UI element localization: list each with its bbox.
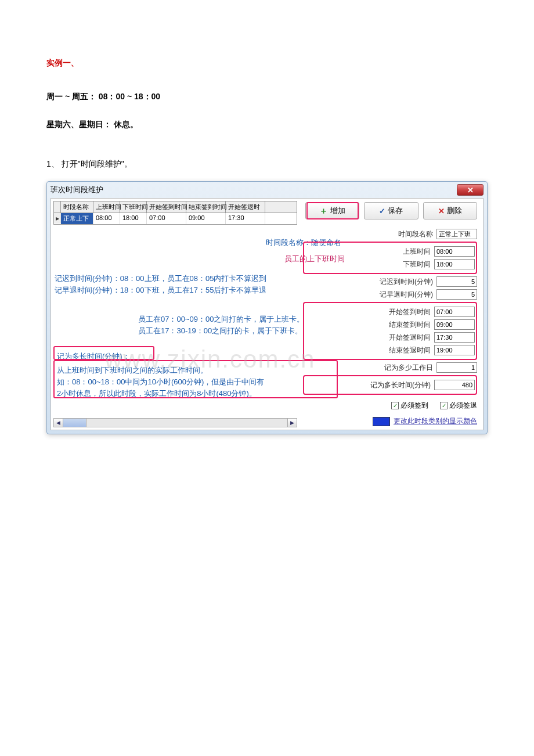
input-off[interactable]: [434, 259, 475, 269]
annot-duration-title: 记为多长时间(分钟)：: [57, 351, 130, 362]
check-must-in[interactable]: ✓ 必须签到: [391, 401, 428, 411]
form-panel: ＋ 增加 ✓ 保存 ✕ 删除 时间段名称 上班时间: [303, 202, 477, 426]
col-off[interactable]: 下班时间: [120, 201, 147, 213]
color-swatch: [373, 417, 390, 426]
label-ci-end: 结束签到时间: [389, 320, 431, 330]
label-ci-start: 开始签到时间: [389, 307, 431, 317]
save-label: 保存: [388, 206, 403, 216]
cell-co-start[interactable]: 17:30: [226, 213, 265, 224]
scroll-left-icon[interactable]: ◀: [54, 419, 63, 427]
add-button[interactable]: ＋ 增加: [305, 202, 359, 219]
col-ci-end[interactable]: 结束签到时间: [186, 201, 226, 213]
cell-ci-end[interactable]: 09:00: [186, 213, 226, 224]
schedule-weekday: 周一 ~ 周五： 08：00 ~ 18：00: [46, 92, 488, 102]
annot-range2: 员工在17：30-19：00之间打的卡，属于下班卡。: [138, 325, 302, 337]
change-color-link[interactable]: 更改此时段类别的显示颜色: [303, 416, 477, 426]
label-early: 记早退时间(分钟): [380, 290, 433, 300]
label-days: 记为多少工作日: [384, 363, 433, 373]
label-name: 时间段名称: [398, 229, 433, 239]
table-row[interactable]: 正常上下 08:00 18:00 07:00 09:00 17:30: [54, 213, 297, 224]
input-name[interactable]: [436, 229, 477, 239]
annot-duration-1: 从上班时间到下班时间之间的实际工作时间。: [57, 365, 208, 376]
color-link-text: 更改此时段类别的显示颜色: [394, 416, 477, 426]
input-early[interactable]: [436, 289, 477, 300]
close-icon: ✕: [467, 186, 474, 195]
example-title: 实例一、: [46, 58, 488, 69]
label-co-start: 开始签退时间: [389, 333, 431, 343]
input-co-end[interactable]: [434, 345, 475, 355]
titlebar[interactable]: 班次时间段维护 ✕: [47, 182, 487, 198]
check-must-out-label: 必须签退: [449, 401, 477, 411]
schedule-weekend: 星期六、星期日： 休息。: [46, 120, 488, 130]
input-on[interactable]: [434, 246, 475, 257]
toolbar: ＋ 增加 ✓ 保存 ✕ 删除: [303, 202, 477, 219]
cell-off[interactable]: 18:00: [120, 213, 147, 224]
annot-late-line: 记迟到时间(分钟)：08：00上班，员工在08：05内打卡不算迟到: [55, 273, 267, 285]
add-label: 增加: [330, 206, 345, 216]
annot-duration-2: 如：08：00~18：00中间为10小时(600分钟)，但是由于中间有: [57, 376, 264, 388]
row-marker-icon: [54, 213, 61, 224]
x-icon: ✕: [438, 207, 445, 215]
input-ci-end[interactable]: [434, 319, 475, 330]
col-on[interactable]: 上班时间: [93, 201, 120, 213]
label-on: 上班时间: [403, 247, 431, 257]
check-must-out[interactable]: ✓ 必须签退: [440, 401, 477, 411]
cell-on[interactable]: 08:00: [93, 213, 120, 224]
input-ci-start[interactable]: [434, 307, 475, 317]
scroll-thumb[interactable]: [63, 419, 86, 427]
horizontal-scrollbar[interactable]: ◀ ▶: [53, 418, 297, 427]
check-must-in-label: 必须签到: [400, 401, 428, 411]
col-ci-start[interactable]: 开始签到时间: [147, 201, 186, 213]
scroll-right-icon[interactable]: ▶: [287, 419, 297, 427]
label-duration: 记为多长时间(分钟): [370, 380, 431, 390]
col-name[interactable]: 时段名称: [61, 201, 93, 213]
input-duration[interactable]: [434, 380, 475, 390]
data-grid[interactable]: 时段名称 上班时间 下班时间 开始签到时间 结束签到时间 开始签退时 正常上下 …: [53, 201, 297, 225]
close-button[interactable]: ✕: [457, 184, 484, 196]
col-co-start[interactable]: 开始签退时: [226, 201, 265, 213]
cell-ci-start[interactable]: 07:00: [147, 213, 186, 224]
window-title: 班次时间段维护: [50, 185, 457, 195]
input-days[interactable]: [436, 362, 477, 373]
window-body: 时段名称 上班时间 下班时间 开始签到时间 结束签到时间 开始签退时 正常上下 …: [50, 198, 484, 430]
checkbox-icon: ✓: [391, 402, 399, 409]
pink-box-duration: 记为多长时间(分钟): [303, 375, 477, 395]
annot-early-line: 记早退时间(分钟)：18：00下班，员工在17：55后打卡不算早退: [55, 285, 267, 296]
pink-box-signtime: 开始签到时间 结束签到时间 开始签退时间 结束签退时间: [303, 302, 477, 360]
left-panel: 时段名称 上班时间 下班时间 开始签到时间 结束签到时间 开始签退时 正常上下 …: [53, 201, 297, 225]
label-off: 下班时间: [403, 260, 431, 269]
save-button[interactable]: ✓ 保存: [364, 202, 418, 219]
delete-button[interactable]: ✕ 删除: [423, 202, 477, 219]
label-late: 记迟到时间(分钟): [380, 277, 433, 287]
grid-header: 时段名称 上班时间 下班时间 开始签到时间 结束签到时间 开始签退时: [54, 201, 297, 213]
pink-box-worktime: 上班时间 下班时间: [303, 242, 477, 274]
cell-name[interactable]: 正常上下: [61, 213, 93, 224]
delete-label: 删除: [447, 206, 462, 216]
checkbox-icon: ✓: [440, 402, 448, 409]
dialog-window: 班次时间段维护 ✕ 时段名称 上班时间 下班时间 开始签到时间 结束签到时间 开…: [46, 181, 488, 434]
input-co-start[interactable]: [434, 332, 475, 343]
label-co-end: 结束签退时间: [389, 345, 431, 355]
annot-duration-3: 2小时休息，所以此时段，实际工作时间为8小时(480分钟)。: [57, 388, 257, 399]
annot-range1: 员工在07：00~09：00之间打的卡，属于上班卡。: [138, 314, 304, 325]
checkbox-row: ✓ 必须签到 ✓ 必须签退: [303, 401, 477, 411]
step-1-text: 1、 打开"时间段维护"。: [46, 159, 488, 170]
input-late[interactable]: [436, 276, 477, 287]
check-icon: ✓: [379, 207, 385, 215]
plus-icon: ＋: [319, 206, 328, 217]
